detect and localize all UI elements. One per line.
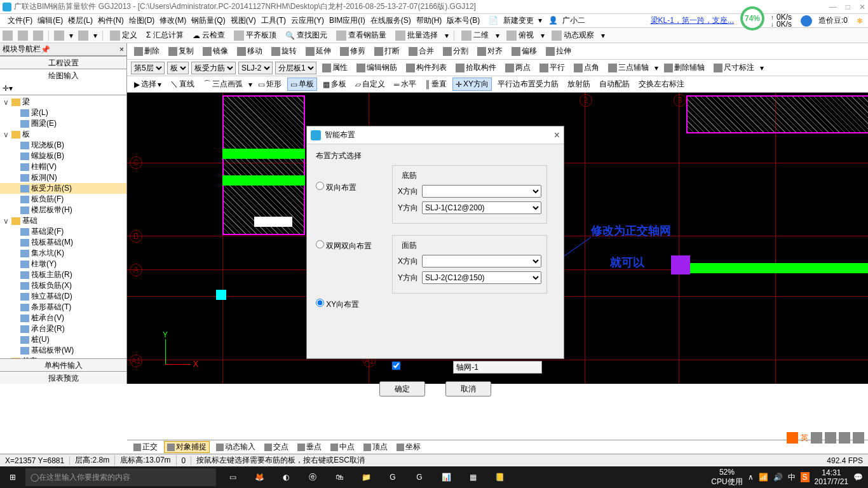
del-aux-button[interactable]: 删除辅轴 (661, 61, 708, 74)
cloud-icon[interactable] (801, 15, 812, 27)
menu-item[interactable]: 云应用(Y) (288, 16, 327, 25)
edit-删除-button[interactable]: 删除 (131, 44, 163, 58)
menu-item[interactable]: 修改(M) (157, 16, 189, 25)
menu-item[interactable]: 文件(F) (5, 16, 35, 25)
new-icon[interactable] (3, 30, 13, 41)
xy-button[interactable]: ✛XY方向 (452, 78, 492, 91)
tab-single[interactable]: 单构件输入 (0, 358, 126, 371)
task-icon[interactable]: 📊 (433, 466, 459, 488)
snowflake-icon[interactable]: ❄ (854, 17, 865, 25)
task-icon[interactable]: 📁 (353, 466, 379, 488)
gauge-icon[interactable]: 74% (740, 6, 764, 30)
menu-item[interactable]: 构件(N) (95, 16, 126, 25)
ref-checkbox[interactable]: 选择参照轴网 (392, 362, 448, 373)
bottom-y-select[interactable]: SLJ-1(C12@200) (422, 201, 541, 214)
cancel-button[interactable]: 取消 (445, 381, 491, 396)
user-label[interactable]: 👤 广小二 (546, 15, 590, 26)
undo-icon[interactable] (54, 30, 64, 41)
tree-item[interactable]: 柱帽(V) (0, 161, 126, 172)
tree-item[interactable]: ∨基础 (0, 215, 126, 226)
tree-item[interactable]: 桩承台(V) (0, 313, 126, 323)
custom-button[interactable]: ▱自定义 (352, 78, 388, 91)
edit-延伸-button[interactable]: 延伸 (302, 44, 334, 58)
single-button[interactable]: ▭单板 (287, 78, 317, 91)
tray-icon[interactable] (853, 432, 864, 444)
task-icon[interactable]: 📒 (487, 466, 512, 488)
task-icon[interactable]: ⓔ (300, 466, 325, 488)
menu-item[interactable]: 楼层(L) (65, 16, 95, 25)
top-y-select[interactable]: SLJ-2(C12@150) (422, 271, 541, 284)
batch-button[interactable]: 批量选择 (393, 30, 440, 41)
attr-button[interactable]: 属性 (319, 61, 351, 74)
tree-item[interactable]: 螺旋板(B) (0, 151, 126, 161)
task-icon[interactable]: ◐ (273, 466, 299, 488)
tree-item[interactable]: 桩(U) (0, 334, 126, 345)
ref-grid-input[interactable] (453, 361, 542, 374)
tree-item[interactable]: 筏板主筋(R) (0, 269, 126, 280)
find-button[interactable]: 🔍查找图元 (283, 30, 329, 41)
member-list-button[interactable]: 构件列表 (403, 61, 450, 74)
pin-icon[interactable]: 📌 (41, 45, 50, 54)
tree-item[interactable]: 梁(L) (0, 107, 126, 118)
subcat-select[interactable]: 板受力筋 (191, 62, 236, 74)
sogou-icon[interactable]: S (801, 472, 810, 482)
menu-item[interactable]: 版本号(B) (444, 16, 482, 25)
task-icon[interactable]: 🦊 (247, 466, 272, 488)
radio-xy[interactable]: XY向布置 (316, 299, 392, 310)
tray-icon[interactable] (825, 432, 836, 444)
tree-item[interactable]: 板负筋(F) (0, 194, 126, 205)
edit-移动-button[interactable]: 移动 (234, 44, 266, 58)
menu-item[interactable]: 绘图(D) (126, 16, 158, 25)
tree-item[interactable]: 筏板负筋(X) (0, 280, 126, 291)
component-tree[interactable]: ∨梁梁(L)圈梁(E)∨板现浇板(B)螺旋板(B)柱帽(V)板洞(N)板受力筋(… (0, 95, 126, 358)
line-button[interactable]: ＼直线 (167, 78, 198, 91)
tree-item[interactable]: 基础板带(W) (0, 345, 126, 356)
tray-icon[interactable] (839, 432, 850, 444)
tab-drawing[interactable]: 绘图输入 (0, 69, 126, 81)
status-顶点[interactable]: 顶点 (361, 442, 390, 452)
edit-复制-button[interactable]: 复制 (165, 44, 197, 58)
edit-偏移-button[interactable]: 偏移 (508, 44, 540, 58)
tree-item[interactable]: 基础梁(F) (0, 226, 126, 237)
save-icon[interactable] (33, 30, 43, 41)
status-坐标[interactable]: 坐标 (394, 442, 423, 452)
menu-item[interactable]: 钢筋量(Q) (189, 16, 227, 25)
parallel-edge-button[interactable]: 平行边布置受力筋 (494, 78, 562, 91)
task-icon[interactable]: ▦ (460, 466, 485, 488)
radial-button[interactable]: 放射筋 (564, 78, 593, 91)
task-icon[interactable]: ▭ (220, 466, 245, 488)
radio-double-bidir[interactable]: 双网双向布置 (316, 240, 392, 252)
task-icon[interactable]: 🛍 (327, 466, 352, 488)
rect-button[interactable]: ▭矩形 (255, 78, 285, 91)
dim-button[interactable]: 尺寸标注 (710, 61, 757, 74)
tray-up-icon[interactable]: ∧ (748, 473, 754, 482)
tree-item[interactable]: 条形基础(T) (0, 302, 126, 313)
menu-item[interactable]: 编辑(E) (35, 16, 65, 25)
tree-item[interactable]: 承台梁(R) (0, 323, 126, 334)
new-change-button[interactable]: 📄 新建变更 ▾ (486, 15, 545, 26)
top-x-select[interactable] (422, 255, 541, 268)
define-button[interactable]: 定义 (108, 30, 139, 41)
tree-item[interactable]: 独立基础(D) (0, 291, 126, 302)
plus-icon[interactable]: ✛▾ (3, 84, 13, 93)
search-input[interactable]: ◯ 在这里输入你要搜索的内容 (25, 468, 216, 486)
close-icon[interactable]: × (554, 130, 560, 141)
edit-修剪-button[interactable]: 修剪 (337, 44, 369, 58)
threept-button[interactable]: 三点辅轴 (605, 61, 652, 74)
radio-bidir[interactable]: 双向布置 (316, 182, 392, 193)
redo-icon[interactable] (78, 30, 88, 41)
status-交点[interactable]: 交点 (262, 442, 291, 452)
tab-report[interactable]: 报表预览 (0, 371, 126, 384)
open-icon[interactable] (18, 30, 28, 41)
dyn-button[interactable]: 动态观察 (550, 30, 596, 41)
edit-rebar-button[interactable]: 编辑钢筋 (353, 61, 400, 74)
edit-拉伸-button[interactable]: 拉伸 (543, 44, 574, 58)
status-动态输入[interactable]: 动态输入 (214, 442, 258, 452)
twopt-button[interactable]: 两点 (502, 61, 534, 74)
tray-icon[interactable] (811, 432, 822, 444)
ime-icon[interactable]: 中 (788, 472, 796, 483)
bird-button[interactable]: 俯视 (505, 30, 536, 41)
parallel-button[interactable]: 平行 (536, 61, 568, 74)
vert-button[interactable]: ║垂直 (422, 78, 451, 91)
status-对象捕捉[interactable]: 对象捕捉 (164, 441, 210, 453)
